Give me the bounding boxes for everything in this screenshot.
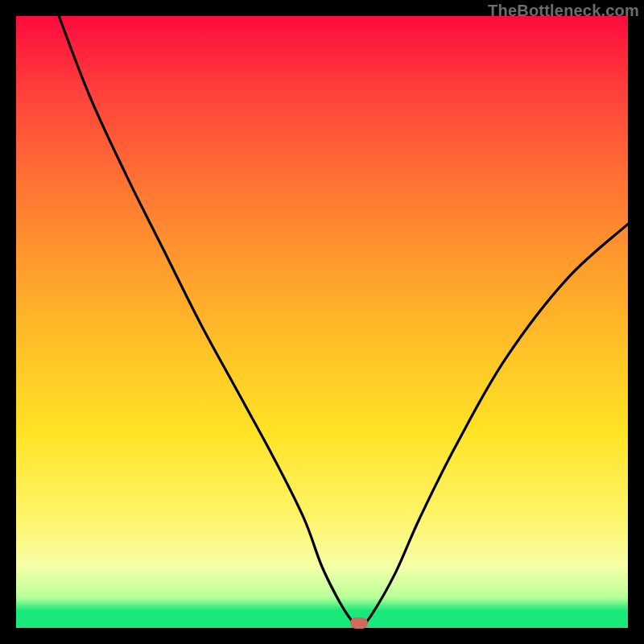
chart-frame: TheBottleneck.com <box>0 0 644 644</box>
bottleneck-curve <box>16 16 628 628</box>
curve-path <box>59 16 628 628</box>
optimal-marker <box>350 617 368 629</box>
watermark-text: TheBottleneck.com <box>488 2 639 20</box>
